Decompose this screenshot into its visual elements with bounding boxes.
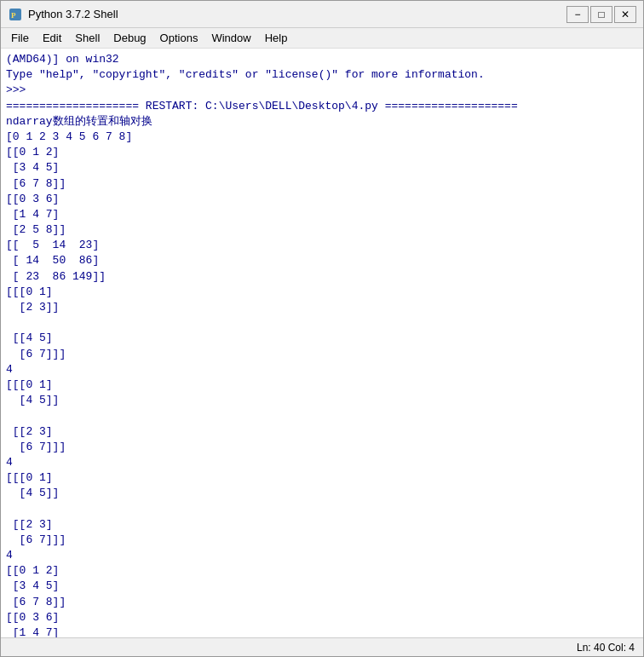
menu-file[interactable]: File — [4, 30, 36, 46]
status-bar: Ln: 40 Col: 4 — [1, 637, 643, 656]
menu-debug[interactable]: Debug — [106, 30, 152, 46]
app-icon: P — [8, 7, 23, 22]
menu-bar: File Edit Shell Debug Options Window Hel… — [1, 28, 643, 49]
menu-edit[interactable]: Edit — [36, 30, 68, 46]
menu-options[interactable]: Options — [153, 30, 205, 46]
maximize-button[interactable]: □ — [590, 6, 612, 23]
title-bar: P Python 3.7.2 Shell − □ ✕ — [1, 1, 643, 28]
menu-window[interactable]: Window — [204, 30, 257, 46]
main-window: P Python 3.7.2 Shell − □ ✕ File Edit She… — [0, 0, 644, 657]
menu-shell[interactable]: Shell — [68, 30, 106, 46]
minimize-button[interactable]: − — [566, 6, 589, 23]
shell-output[interactable]: (AMD64)] on win32 Type "help", "copyrigh… — [1, 49, 643, 637]
window-controls: − □ ✕ — [566, 6, 636, 23]
close-button[interactable]: ✕ — [614, 6, 636, 23]
window-title: Python 3.7.2 Shell — [28, 8, 566, 20]
svg-text:P: P — [11, 11, 16, 20]
cursor-position: Ln: 40 Col: 4 — [577, 642, 635, 654]
menu-help[interactable]: Help — [258, 30, 295, 46]
